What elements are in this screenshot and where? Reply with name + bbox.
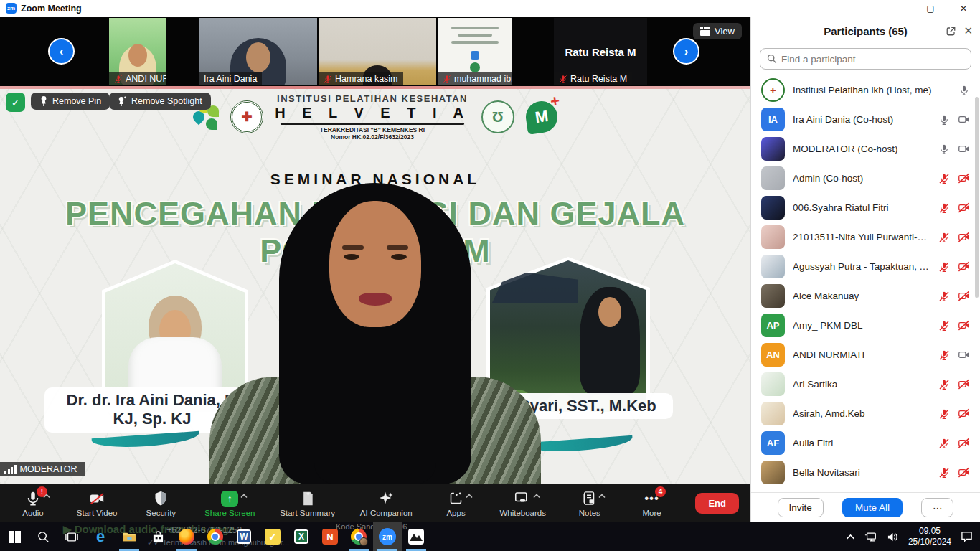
camera-off-icon bbox=[958, 260, 970, 273]
participant-name: 006.Syahra Riatul Fitri bbox=[793, 202, 930, 213]
mute-all-button[interactable]: Mute All bbox=[842, 498, 903, 517]
end-meeting-button[interactable]: End bbox=[695, 493, 739, 514]
popout-panel-icon[interactable] bbox=[946, 26, 956, 37]
search-button[interactable] bbox=[29, 522, 57, 551]
toolbar-more-button[interactable]: •••4More bbox=[633, 490, 671, 517]
participant-search-input[interactable] bbox=[781, 54, 964, 65]
toolbar-label: AI Companion bbox=[360, 509, 413, 517]
participant-name: Agussyah Putra - Tapaktuan, Ac... bbox=[793, 261, 930, 272]
volume-icon[interactable] bbox=[887, 532, 899, 542]
word-icon[interactable]: W bbox=[230, 522, 258, 551]
panel-scrollbar[interactable] bbox=[975, 97, 979, 298]
camera-off-icon bbox=[958, 437, 970, 449]
chevron-up-icon[interactable] bbox=[466, 494, 473, 499]
toolbar-start-video-button[interactable]: Start Video bbox=[77, 490, 118, 517]
toolbar-label: Start Summary bbox=[280, 509, 335, 517]
close-button[interactable]: ✕ bbox=[947, 0, 980, 17]
network-icon[interactable] bbox=[864, 532, 877, 542]
firefox-icon[interactable] bbox=[172, 522, 201, 551]
chrome-icon[interactable] bbox=[201, 522, 230, 551]
toolbar-ai-companion-button[interactable]: AI Companion bbox=[360, 490, 413, 517]
microsoft-store-icon[interactable] bbox=[143, 522, 172, 551]
toolbar-audio-button[interactable]: ! Audio bbox=[14, 490, 52, 517]
view-button[interactable]: View bbox=[693, 23, 742, 39]
video-thumbnail[interactable]: muhammad ibnu hajir bbox=[438, 18, 512, 85]
remove-spotlight-button[interactable]: Remove Spotlight bbox=[109, 93, 211, 110]
video-thumbnail[interactable]: Ratu Reista M Ratu Reista M bbox=[554, 18, 647, 85]
toolbar-notes-button[interactable]: Notes bbox=[571, 490, 608, 517]
mic-muted-icon bbox=[938, 173, 950, 184]
zoom-taskbar-icon[interactable]: zm bbox=[373, 522, 402, 551]
chevron-up-icon[interactable] bbox=[598, 494, 606, 499]
taskbar-clock[interactable]: 09.05 25/10/2024 bbox=[908, 526, 951, 547]
mic-muted-icon bbox=[938, 438, 950, 449]
clock-date: 25/10/2024 bbox=[908, 537, 951, 547]
mic-muted-icon bbox=[938, 379, 950, 390]
toolbar-apps-button[interactable]: Apps bbox=[438, 490, 475, 517]
mic-muted-icon bbox=[938, 291, 950, 302]
chevron-up-icon[interactable] bbox=[240, 494, 248, 499]
toolbar-label: Notes bbox=[579, 509, 600, 517]
participant-row[interactable]: APAmy_ PKM DBL bbox=[751, 311, 980, 340]
task-view-button[interactable] bbox=[57, 522, 86, 551]
participant-row[interactable]: AFAulia Fitri bbox=[751, 428, 980, 458]
participants-list: +Institusi Pelatihan ikh (Host, me) IAIr… bbox=[751, 75, 980, 492]
avatar bbox=[761, 137, 785, 161]
chrome-profile-icon[interactable] bbox=[344, 522, 373, 551]
participant-row[interactable]: IAIra Aini Dania (Co-host) bbox=[751, 105, 980, 134]
minimize-button[interactable]: – bbox=[881, 0, 914, 17]
participant-row[interactable]: Bella Novitasari bbox=[751, 458, 980, 487]
chevron-up-icon[interactable] bbox=[533, 494, 540, 499]
pin-icon bbox=[39, 96, 48, 106]
camera-off-icon bbox=[958, 290, 970, 302]
participant-row[interactable]: Agussyah Putra - Tapaktuan, Ac... bbox=[751, 252, 980, 281]
thumbnail-name-label: Ratu Reista M bbox=[554, 72, 632, 85]
more-options-button[interactable]: ··· bbox=[921, 498, 954, 517]
muted-mic-icon bbox=[324, 75, 332, 83]
participant-row[interactable]: Alce Makanuay bbox=[751, 281, 980, 311]
participant-row[interactable]: Admin (Co-host) bbox=[751, 164, 980, 193]
previous-participants-arrow[interactable]: ‹ bbox=[48, 38, 75, 65]
participant-row[interactable]: +Institusi Pelatihan ikh (Host, me) bbox=[751, 75, 980, 105]
participant-search-box[interactable] bbox=[760, 48, 971, 70]
chevron-up-icon[interactable] bbox=[43, 494, 50, 499]
teal-wave-left bbox=[92, 431, 200, 450]
participant-row[interactable]: ANANDI NURMIATI bbox=[751, 340, 980, 369]
camera-off-icon bbox=[958, 202, 970, 214]
mic-icon: ! bbox=[25, 490, 41, 507]
participant-row[interactable]: 21013511-Nita Yuli Purwanti-Ke... bbox=[751, 222, 980, 252]
shield-check-icon: ✓ bbox=[11, 97, 20, 108]
file-explorer-icon[interactable] bbox=[115, 522, 143, 551]
remove-pin-button[interactable]: Remove Pin bbox=[31, 93, 110, 110]
maximize-button[interactable]: ▢ bbox=[914, 0, 947, 17]
close-panel-icon[interactable]: ✕ bbox=[963, 24, 973, 37]
video-thumbnail[interactable]: ANDI NURMIATI bbox=[109, 18, 166, 85]
muted-mic-icon bbox=[114, 75, 123, 83]
remove-spotlight-label: Remove Spotlight bbox=[131, 96, 202, 106]
toolbar-whiteboards-button[interactable]: Whiteboards bbox=[499, 490, 546, 517]
participant-row[interactable]: Ari Sartika bbox=[751, 369, 980, 399]
mic-muted-icon bbox=[938, 349, 950, 361]
toolbar-security-button[interactable]: Security bbox=[142, 490, 179, 517]
photos-icon[interactable] bbox=[402, 522, 430, 551]
excel-icon[interactable]: X bbox=[287, 522, 316, 551]
edge-icon[interactable]: e bbox=[86, 522, 115, 551]
view-button-label: View bbox=[715, 26, 735, 37]
video-thumbnail[interactable]: Ira Aini Dania bbox=[199, 18, 317, 85]
participant-row[interactable]: 006.Syahra Riatul Fitri bbox=[751, 193, 980, 222]
tray-chevron-icon[interactable] bbox=[846, 534, 855, 540]
poster-top-stripe bbox=[0, 86, 750, 89]
security-shield-badge[interactable]: ✓ bbox=[6, 93, 25, 112]
participant-row[interactable]: MODERATOR (Co-host) bbox=[751, 134, 980, 164]
nitro-pdf-icon[interactable]: N bbox=[316, 522, 344, 551]
toolbar-share-screen-button[interactable]: ↑ Share Screen bbox=[204, 490, 255, 517]
toolbar-start-summary-button[interactable]: Start Summary bbox=[280, 490, 335, 517]
video-thumbnail[interactable]: Hamrana kasim bbox=[319, 18, 436, 85]
start-button[interactable] bbox=[0, 522, 29, 551]
desktop: zm Zoom Meeting – ▢ ✕ ‹ ANDI NURMIATIIra… bbox=[0, 0, 980, 551]
next-participants-arrow[interactable]: › bbox=[673, 38, 699, 65]
invite-button[interactable]: Invite bbox=[778, 498, 824, 517]
sticky-notes-icon[interactable]: ✓ bbox=[258, 522, 287, 551]
action-center-icon[interactable] bbox=[961, 531, 973, 542]
participant-row[interactable]: Asirah, Amd.Keb bbox=[751, 399, 980, 428]
